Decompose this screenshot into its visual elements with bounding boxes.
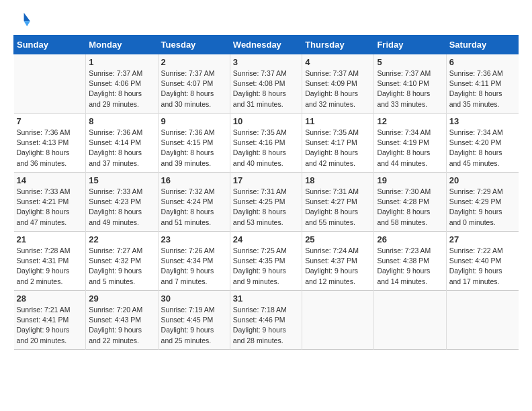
calendar-cell: 3Sunrise: 7:37 AM Sunset: 4:08 PM Daylig… [230, 54, 302, 113]
day-info: Sunrise: 7:22 AM Sunset: 4:40 PM Dayligh… [449, 246, 516, 287]
header-monday: Monday [86, 36, 158, 54]
calendar-cell: 11Sunrise: 7:35 AM Sunset: 4:17 PM Dayli… [302, 113, 374, 173]
header-friday: Friday [374, 36, 446, 54]
calendar-cell: 15Sunrise: 7:33 AM Sunset: 4:23 PM Dayli… [86, 173, 158, 232]
day-info: Sunrise: 7:23 AM Sunset: 4:38 PM Dayligh… [377, 246, 443, 287]
day-info: Sunrise: 7:36 AM Sunset: 4:11 PM Dayligh… [449, 68, 516, 109]
calendar-body: 1Sunrise: 7:37 AM Sunset: 4:06 PM Daylig… [14, 54, 519, 350]
calendar-cell: 20Sunrise: 7:29 AM Sunset: 4:29 PM Dayli… [446, 173, 518, 232]
calendar-cell: 30Sunrise: 7:19 AM Sunset: 4:45 PM Dayli… [158, 291, 230, 350]
calendar-cell: 23Sunrise: 7:26 AM Sunset: 4:34 PM Dayli… [158, 232, 230, 291]
day-info: Sunrise: 7:28 AM Sunset: 4:31 PM Dayligh… [17, 246, 83, 287]
day-number: 19 [377, 175, 443, 185]
day-number: 31 [233, 293, 299, 304]
day-info: Sunrise: 7:34 AM Sunset: 4:20 PM Dayligh… [449, 128, 516, 169]
calendar-cell: 18Sunrise: 7:31 AM Sunset: 4:27 PM Dayli… [302, 173, 374, 232]
day-info: Sunrise: 7:36 AM Sunset: 4:14 PM Dayligh… [89, 128, 154, 169]
calendar-cell: 27Sunrise: 7:22 AM Sunset: 4:40 PM Dayli… [446, 232, 518, 291]
day-number: 25 [305, 234, 371, 244]
day-info: Sunrise: 7:32 AM Sunset: 4:24 PM Dayligh… [161, 187, 227, 228]
day-number: 24 [233, 234, 299, 244]
calendar-cell: 5Sunrise: 7:37 AM Sunset: 4:10 PM Daylig… [374, 54, 446, 113]
calendar-cell: 28Sunrise: 7:21 AM Sunset: 4:41 PM Dayli… [14, 291, 86, 350]
calendar-cell: 19Sunrise: 7:30 AM Sunset: 4:28 PM Dayli… [374, 173, 446, 232]
header-saturday: Saturday [446, 36, 518, 54]
week-row-4: 21Sunrise: 7:28 AM Sunset: 4:31 PM Dayli… [14, 232, 519, 291]
calendar-cell: 4Sunrise: 7:37 AM Sunset: 4:09 PM Daylig… [302, 54, 374, 113]
day-info: Sunrise: 7:37 AM Sunset: 4:09 PM Dayligh… [305, 68, 371, 109]
week-row-3: 14Sunrise: 7:33 AM Sunset: 4:21 PM Dayli… [14, 173, 519, 232]
calendar-cell: 21Sunrise: 7:28 AM Sunset: 4:31 PM Dayli… [14, 232, 86, 291]
day-info: Sunrise: 7:34 AM Sunset: 4:19 PM Dayligh… [377, 128, 443, 169]
calendar-cell: 31Sunrise: 7:18 AM Sunset: 4:46 PM Dayli… [230, 291, 302, 350]
day-info: Sunrise: 7:26 AM Sunset: 4:34 PM Dayligh… [161, 246, 227, 287]
header-wednesday: Wednesday [230, 36, 302, 54]
calendar-cell [446, 291, 518, 350]
day-info: Sunrise: 7:36 AM Sunset: 4:15 PM Dayligh… [161, 128, 227, 169]
day-info: Sunrise: 7:35 AM Sunset: 4:17 PM Dayligh… [305, 128, 371, 169]
calendar-cell: 25Sunrise: 7:24 AM Sunset: 4:37 PM Dayli… [302, 232, 374, 291]
day-number: 27 [449, 234, 516, 244]
calendar-cell: 12Sunrise: 7:34 AM Sunset: 4:19 PM Dayli… [374, 113, 446, 173]
day-info: Sunrise: 7:37 AM Sunset: 4:07 PM Dayligh… [161, 68, 227, 109]
calendar-cell: 14Sunrise: 7:33 AM Sunset: 4:21 PM Dayli… [14, 173, 86, 232]
logo [13, 11, 35, 30]
day-number: 18 [305, 175, 371, 185]
calendar-cell: 10Sunrise: 7:35 AM Sunset: 4:16 PM Dayli… [230, 113, 302, 173]
day-number: 12 [377, 116, 443, 126]
day-info: Sunrise: 7:25 AM Sunset: 4:35 PM Dayligh… [233, 246, 299, 287]
calendar-cell [14, 54, 86, 113]
day-number: 5 [377, 57, 443, 67]
logo-icon [13, 11, 32, 30]
day-number: 10 [233, 116, 299, 126]
day-info: Sunrise: 7:18 AM Sunset: 4:46 PM Dayligh… [233, 305, 299, 346]
day-info: Sunrise: 7:37 AM Sunset: 4:08 PM Dayligh… [233, 68, 299, 109]
day-info: Sunrise: 7:19 AM Sunset: 4:45 PM Dayligh… [161, 305, 227, 346]
day-info: Sunrise: 7:24 AM Sunset: 4:37 PM Dayligh… [305, 246, 371, 287]
day-number: 28 [17, 293, 83, 304]
week-row-1: 1Sunrise: 7:37 AM Sunset: 4:06 PM Daylig… [14, 54, 519, 113]
week-row-5: 28Sunrise: 7:21 AM Sunset: 4:41 PM Dayli… [14, 291, 519, 350]
day-number: 3 [233, 57, 299, 67]
calendar-cell: 13Sunrise: 7:34 AM Sunset: 4:20 PM Dayli… [446, 113, 518, 173]
header-thursday: Thursday [302, 36, 374, 54]
day-number: 29 [89, 293, 154, 304]
day-info: Sunrise: 7:35 AM Sunset: 4:16 PM Dayligh… [233, 128, 299, 169]
calendar-header-row: SundayMondayTuesdayWednesdayThursdayFrid… [14, 36, 519, 54]
header-sunday: Sunday [14, 36, 86, 54]
day-info: Sunrise: 7:31 AM Sunset: 4:25 PM Dayligh… [233, 187, 299, 228]
svg-marker-1 [24, 21, 30, 27]
day-number: 20 [449, 175, 516, 185]
calendar-cell: 7Sunrise: 7:36 AM Sunset: 4:13 PM Daylig… [14, 113, 86, 173]
calendar-cell [374, 291, 446, 350]
day-number: 13 [449, 116, 516, 126]
day-number: 9 [161, 116, 227, 126]
calendar-cell: 1Sunrise: 7:37 AM Sunset: 4:06 PM Daylig… [86, 54, 158, 113]
day-info: Sunrise: 7:37 AM Sunset: 4:10 PM Dayligh… [377, 68, 443, 109]
header-tuesday: Tuesday [158, 36, 230, 54]
day-number: 6 [449, 57, 516, 67]
week-row-2: 7Sunrise: 7:36 AM Sunset: 4:13 PM Daylig… [14, 113, 519, 173]
day-number: 11 [305, 116, 371, 126]
day-number: 14 [17, 175, 83, 185]
calendar-cell: 22Sunrise: 7:27 AM Sunset: 4:32 PM Dayli… [86, 232, 158, 291]
day-number: 8 [89, 116, 154, 126]
calendar-cell: 16Sunrise: 7:32 AM Sunset: 4:24 PM Dayli… [158, 173, 230, 232]
day-info: Sunrise: 7:30 AM Sunset: 4:28 PM Dayligh… [377, 187, 443, 228]
calendar-cell: 9Sunrise: 7:36 AM Sunset: 4:15 PM Daylig… [158, 113, 230, 173]
day-number: 1 [89, 57, 154, 67]
calendar-table: SundayMondayTuesdayWednesdayThursdayFrid… [13, 35, 519, 350]
day-number: 22 [89, 234, 154, 244]
day-number: 2 [161, 57, 227, 67]
day-number: 23 [161, 234, 227, 244]
day-info: Sunrise: 7:27 AM Sunset: 4:32 PM Dayligh… [89, 246, 154, 287]
calendar-cell: 24Sunrise: 7:25 AM Sunset: 4:35 PM Dayli… [230, 232, 302, 291]
day-info: Sunrise: 7:21 AM Sunset: 4:41 PM Dayligh… [17, 305, 83, 346]
calendar-cell: 29Sunrise: 7:20 AM Sunset: 4:43 PM Dayli… [86, 291, 158, 350]
day-info: Sunrise: 7:20 AM Sunset: 4:43 PM Dayligh… [89, 305, 154, 346]
calendar-cell: 17Sunrise: 7:31 AM Sunset: 4:25 PM Dayli… [230, 173, 302, 232]
day-info: Sunrise: 7:33 AM Sunset: 4:23 PM Dayligh… [89, 187, 154, 228]
calendar-cell: 8Sunrise: 7:36 AM Sunset: 4:14 PM Daylig… [86, 113, 158, 173]
day-number: 17 [233, 175, 299, 185]
day-number: 21 [17, 234, 83, 244]
